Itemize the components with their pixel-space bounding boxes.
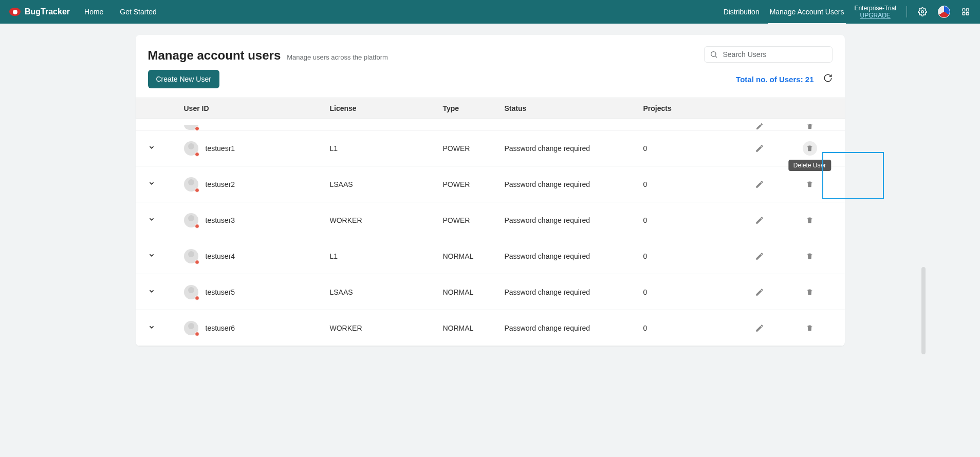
edit-icon[interactable] xyxy=(752,213,767,227)
edit-icon[interactable] xyxy=(752,321,767,335)
nav-distribution[interactable]: Distribution xyxy=(724,8,760,22)
user-avatar[interactable] xyxy=(938,6,950,18)
total-users: Total no. of Users: 21 xyxy=(736,75,813,84)
status-cell: Password change required xyxy=(505,288,643,296)
trash-icon[interactable] xyxy=(803,321,817,335)
chevron-down-icon[interactable] xyxy=(145,216,155,224)
table-row: testuser6 WORKER NORMAL Password change … xyxy=(136,310,845,346)
license-cell: LSAAS xyxy=(330,288,443,296)
trash-icon[interactable]: Delete User xyxy=(803,141,817,156)
user-id: testuser5 xyxy=(206,288,235,296)
table-row: testuser2 LSAAS POWER Password change re… xyxy=(136,166,845,202)
chevron-down-icon[interactable] xyxy=(145,180,155,188)
svg-rect-3 xyxy=(963,12,965,15)
table-row: testuesr1 L1 POWER Password change requi… xyxy=(136,130,845,166)
col-projects: Projects xyxy=(643,104,746,112)
status-cell: Password change required xyxy=(505,144,643,153)
chevron-down-icon[interactable] xyxy=(145,324,155,332)
brand-name: BugTracker xyxy=(25,7,70,16)
trash-icon[interactable] xyxy=(803,123,817,130)
users-card: Manage account users Manage users across… xyxy=(136,35,845,346)
svg-rect-1 xyxy=(963,9,965,11)
create-user-button[interactable]: Create New User xyxy=(148,70,219,88)
avatar-icon xyxy=(184,213,198,227)
app-grid-icon[interactable] xyxy=(960,7,971,17)
avatar-icon xyxy=(184,249,198,263)
license-cell: LSAAS xyxy=(330,180,443,188)
projects-cell: 0 xyxy=(643,216,746,224)
nav-home[interactable]: Home xyxy=(84,8,103,16)
brand[interactable]: BugTracker xyxy=(9,7,70,16)
nav-left: Home Get Started xyxy=(84,8,171,16)
trash-icon[interactable] xyxy=(803,213,817,227)
trash-icon[interactable] xyxy=(803,177,817,192)
chevron-down-icon[interactable] xyxy=(145,144,155,153)
user-id: testuser4 xyxy=(206,252,235,260)
nav-right: Distribution Manage Account Users Enterp… xyxy=(724,5,971,19)
trash-icon[interactable] xyxy=(803,285,817,299)
table-row-partial xyxy=(136,119,845,130)
plan-name: Enterprise-Trial xyxy=(854,5,896,12)
refresh-icon[interactable] xyxy=(823,73,833,85)
projects-cell: 0 xyxy=(643,324,746,332)
avatar-icon xyxy=(184,125,198,130)
user-id: testuesr1 xyxy=(206,144,235,153)
type-cell: NORMAL xyxy=(443,288,505,296)
search-box[interactable] xyxy=(704,46,833,63)
trash-icon[interactable] xyxy=(803,249,817,263)
nav-manage-users[interactable]: Manage Account Users xyxy=(770,8,844,22)
avatar-icon xyxy=(184,285,198,299)
type-cell: POWER xyxy=(443,144,505,153)
table-row: testuser4 L1 NORMAL Password change requ… xyxy=(136,238,845,274)
user-id: testuser2 xyxy=(206,180,235,188)
svg-point-0 xyxy=(921,11,924,13)
edit-icon[interactable] xyxy=(752,123,767,130)
projects-cell: 0 xyxy=(643,288,746,296)
type-cell: POWER xyxy=(443,180,505,188)
col-user-id: User ID xyxy=(181,104,330,112)
edit-icon[interactable] xyxy=(752,177,767,192)
license-cell: WORKER xyxy=(330,216,443,224)
user-id: testuser6 xyxy=(206,324,235,332)
col-license: License xyxy=(330,104,443,112)
svg-rect-4 xyxy=(966,12,969,15)
delete-tooltip: Delete User xyxy=(788,160,831,171)
col-status: Status xyxy=(505,104,643,112)
table-row: testuser3 WORKER POWER Password change r… xyxy=(136,202,845,238)
type-cell: NORMAL xyxy=(443,252,505,260)
projects-cell: 0 xyxy=(643,144,746,153)
scrollbar-thumb[interactable] xyxy=(921,267,926,354)
gear-icon[interactable] xyxy=(917,7,928,17)
chevron-down-icon[interactable] xyxy=(145,288,155,296)
projects-cell: 0 xyxy=(643,180,746,188)
search-input[interactable] xyxy=(722,50,827,59)
plan-block[interactable]: Enterprise-Trial UPGRADE xyxy=(854,5,896,19)
status-cell: Password change required xyxy=(505,324,643,332)
nav-get-started[interactable]: Get Started xyxy=(120,8,157,16)
type-cell: NORMAL xyxy=(443,324,505,332)
avatar-icon xyxy=(184,177,198,192)
upgrade-link[interactable]: UPGRADE xyxy=(860,12,891,19)
svg-rect-2 xyxy=(966,9,969,11)
projects-cell: 0 xyxy=(643,252,746,260)
status-cell: Password change required xyxy=(505,252,643,260)
edit-icon[interactable] xyxy=(752,141,767,156)
avatar-icon xyxy=(184,141,198,156)
license-cell: WORKER xyxy=(330,324,443,332)
license-cell: L1 xyxy=(330,144,443,153)
avatar-icon xyxy=(184,321,198,335)
svg-point-5 xyxy=(711,52,715,56)
brand-eye-icon xyxy=(9,8,21,16)
edit-icon[interactable] xyxy=(752,249,767,263)
status-cell: Password change required xyxy=(505,216,643,224)
search-icon xyxy=(710,50,718,59)
table-header: User ID License Type Status Projects xyxy=(136,98,845,119)
edit-icon[interactable] xyxy=(752,285,767,299)
nav-separator xyxy=(907,6,907,17)
type-cell: POWER xyxy=(443,216,505,224)
chevron-down-icon[interactable] xyxy=(145,252,155,260)
col-type: Type xyxy=(443,104,505,112)
license-cell: L1 xyxy=(330,252,443,260)
page-subtitle: Manage users across the platform xyxy=(287,53,388,61)
users-table: User ID License Type Status Projects xyxy=(136,98,845,346)
